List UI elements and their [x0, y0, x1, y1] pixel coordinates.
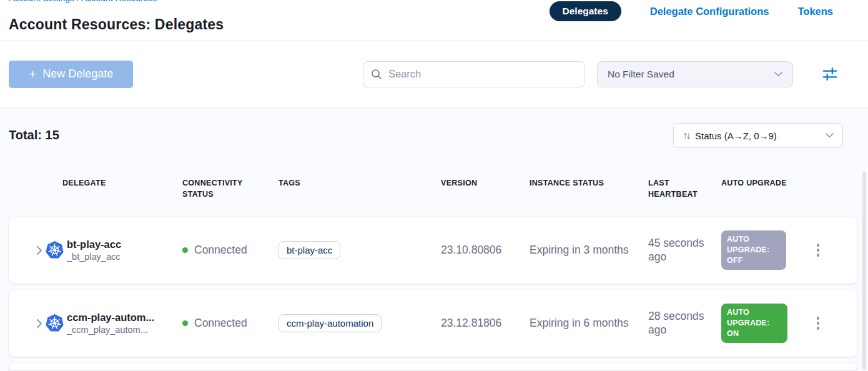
- search-icon: [371, 69, 382, 80]
- delegate-name[interactable]: bt-play-acc: [67, 239, 121, 250]
- kubernetes-icon: [45, 240, 64, 260]
- page-title: Account Resources: Delegates: [9, 16, 224, 33]
- filter-sliders-icon[interactable]: [822, 66, 838, 82]
- table-header-row: DELEGATE CONNECTIVITY STATUS TAGS VERSIO…: [9, 178, 857, 200]
- tab-delegate-configurations[interactable]: Delegate Configurations: [650, 6, 769, 17]
- saved-filter-dropdown[interactable]: No Filter Saved: [597, 61, 793, 87]
- search-box: [363, 61, 585, 87]
- search-input[interactable]: [388, 68, 577, 80]
- row-options-menu[interactable]: [812, 314, 824, 332]
- last-heartbeat: 45 seconds ago: [648, 237, 721, 264]
- col-header-auto-upgrade: AUTO UPGRADE: [721, 178, 806, 189]
- sort-dropdown[interactable]: ↑↓ Status (A→Z, 0→9): [673, 123, 843, 148]
- tab-delegates[interactable]: Delegates: [550, 1, 621, 21]
- connected-status-dot: [182, 247, 188, 253]
- new-delegate-label: New Delegate: [42, 67, 113, 81]
- tab-bar: Delegates Delegate Configurations Tokens: [550, 1, 833, 21]
- tag-chip: ccm-play-automation: [279, 314, 382, 332]
- auto-upgrade-badge: AUTO UPGRADE: OFF: [721, 230, 786, 270]
- connectivity-status: Connected: [194, 317, 247, 330]
- chevron-down-icon: [774, 72, 782, 77]
- table-row[interactable]: bt-play-acc _bt_play_acc Connected bt-pl…: [9, 217, 857, 284]
- kubernetes-icon: [45, 314, 64, 333]
- chevron-down-icon: [826, 133, 834, 138]
- col-header-connectivity-status: CONNECTIVITY STATUS: [182, 178, 279, 200]
- col-header-version: VERSION: [441, 178, 530, 189]
- delegate-name[interactable]: ccm-play-autom...: [67, 312, 154, 324]
- instance-status: Expiring in 3 months: [530, 244, 648, 257]
- table-row-partial[interactable]: [9, 363, 857, 370]
- delegate-id: _bt_play_acc: [67, 252, 121, 262]
- col-header-tags: TAGS: [279, 178, 441, 189]
- table-row[interactable]: ccm-play-autom... _ccm_play_autom... Con…: [9, 290, 857, 357]
- page-header: Account Settings / Account Resources Acc…: [0, 0, 868, 41]
- breadcrumb[interactable]: Account Settings / Account Resources: [9, 0, 271, 4]
- tag-chip: bt-play-acc: [279, 241, 340, 259]
- expand-chevron-icon[interactable]: [35, 319, 44, 329]
- connectivity-status: Connected: [194, 244, 247, 257]
- vertical-scrollbar[interactable]: [862, 172, 866, 370]
- delegate-rows: bt-play-acc _bt_play_acc Connected bt-pl…: [9, 217, 857, 370]
- new-delegate-button[interactable]: + New Delegate: [9, 61, 133, 88]
- delegate-version: 23.12.81806: [441, 317, 530, 330]
- col-header-delegate: DELEGATE: [9, 178, 182, 189]
- delegate-version: 23.10.80806: [441, 244, 530, 257]
- last-heartbeat: 28 seconds ago: [648, 310, 721, 337]
- total-count: Total: 15: [9, 128, 59, 142]
- connected-status-dot: [182, 320, 188, 326]
- sort-value: Status (A→Z, 0→9): [695, 131, 826, 141]
- toolbar: + New Delegate No Filter Saved: [0, 41, 868, 107]
- plus-icon: +: [29, 67, 36, 81]
- tab-tokens[interactable]: Tokens: [797, 6, 833, 17]
- saved-filter-value: No Filter Saved: [608, 69, 774, 80]
- expand-chevron-icon[interactable]: [35, 245, 44, 255]
- row-options-menu[interactable]: [812, 241, 824, 259]
- instance-status: Expiring in 6 months: [530, 317, 648, 330]
- sort-arrows-icon: ↑↓: [683, 130, 689, 141]
- col-header-instance-status: INSTANCE STATUS: [530, 178, 648, 189]
- auto-upgrade-badge: AUTO UPGRADE: ON: [721, 304, 787, 343]
- delegate-id: _ccm_play_autom...: [67, 325, 154, 335]
- col-header-last-heartbeat: LAST HEARTBEAT: [648, 178, 721, 200]
- delegates-list-panel: Total: 15 ↑↓ Status (A→Z, 0→9) DELEGATE …: [0, 107, 868, 371]
